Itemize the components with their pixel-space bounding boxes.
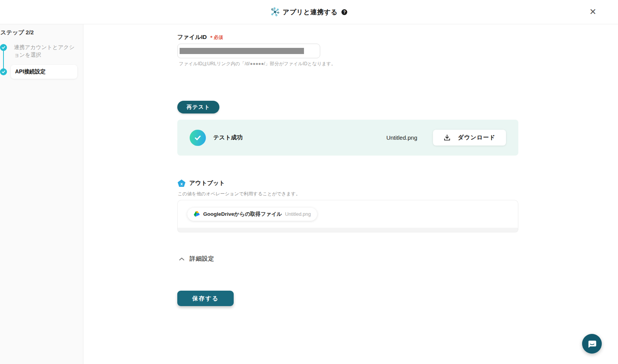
success-check-icon [190,130,206,146]
advanced-settings-toggle[interactable]: 詳細設定 [179,255,214,262]
file-id-label: ファイルID [177,34,207,41]
modal-header: アプリと連携する ? ✕ [0,0,618,24]
app-connect-icon [271,7,279,17]
file-id-helper: ファイルIDはURLリンク内の「/d/●●●●●/」部分がファイルIDとなります… [179,61,336,67]
chat-launcher-button[interactable] [582,334,602,354]
retest-button[interactable]: 再テスト [177,101,219,113]
result-file-name: Untitled.png [386,134,417,141]
output-chip-label: GoogleDriveからの取得ファイル [203,211,282,218]
file-id-input[interactable] [177,44,320,58]
google-drive-icon [194,211,200,217]
save-button[interactable]: 保存する [177,291,234,306]
step2-check-icon [0,68,7,75]
download-icon [443,134,451,141]
output-box-footer [177,228,518,232]
sidebar-step-select-account[interactable]: 連携アカウントとアクションを選択 [14,43,76,59]
download-button-label: ダウンロード [458,134,496,141]
chat-bubble-icon [587,339,597,349]
steps-sidebar: ステップ 2/2 連携アカウントとアクションを選択 API接続設定 [0,24,83,364]
output-chip-value: Untitled.png [285,212,311,217]
main-panel: ファイルID ＊必須 ファイルIDはURLリンク内の「/d/●●●●●/」部分が… [83,24,618,364]
page-title: アプリと連携する [283,8,338,17]
sidebar-step-api-settings-label: API接続設定 [15,68,46,75]
step1-check-icon [0,44,7,51]
close-icon[interactable]: ✕ [588,7,598,17]
output-icon: x [178,179,185,187]
redacted-value-bar [180,48,304,54]
output-values-box: GoogleDriveからの取得ファイル Untitled.png [177,200,518,228]
advanced-settings-label: 詳細設定 [190,255,214,262]
output-description: この値を他のオペレーションで利用することができます。 [178,191,301,197]
sidebar-step-api-settings[interactable]: API接続設定 [11,65,77,79]
step-counter: ステップ 2/2 [0,29,34,36]
chevron-up-icon [179,257,185,261]
test-result-panel: テスト成功 Untitled.png ダウンロード [177,120,518,156]
download-button[interactable]: ダウンロード [433,130,506,146]
help-icon[interactable]: ? [341,9,347,15]
output-title: アウトプット [189,179,225,187]
output-chip-google-drive-file[interactable]: GoogleDriveからの取得ファイル Untitled.png [187,208,317,221]
test-status-label: テスト成功 [213,134,243,141]
required-badge: ＊必須 [209,34,223,41]
